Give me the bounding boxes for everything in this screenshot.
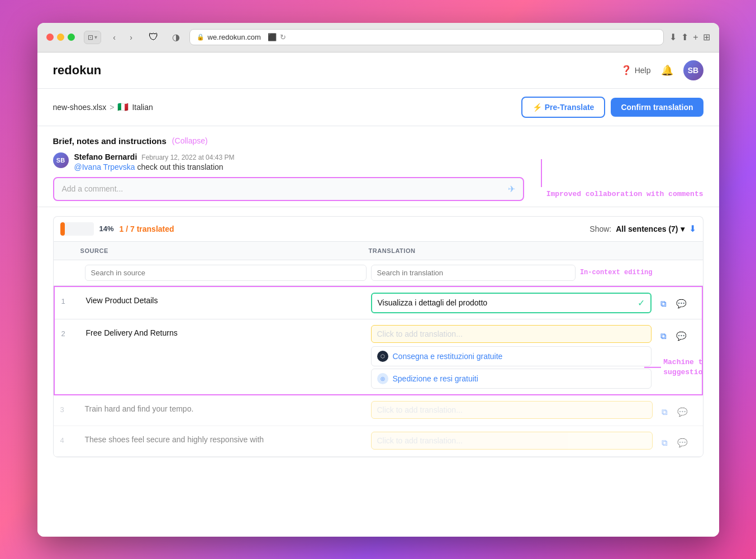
- row-actions-4: ⧉ 💬: [657, 432, 696, 451]
- share-icon[interactable]: ⬆: [681, 32, 688, 42]
- back-button[interactable]: ‹: [107, 30, 122, 45]
- add-tab-icon[interactable]: +: [693, 32, 698, 42]
- send-icon[interactable]: ✈: [508, 184, 515, 194]
- confirm-translation-button[interactable]: Confirm translation: [611, 98, 703, 117]
- help-link[interactable]: ❓ Help: [621, 65, 651, 75]
- help-icon: ❓: [621, 65, 632, 75]
- grid-icon[interactable]: ⊞: [703, 32, 710, 42]
- comment-icon[interactable]: 💬: [674, 296, 690, 312]
- copy-icon-3[interactable]: ⧉: [657, 404, 673, 420]
- bitwarden-icon: 🛡: [145, 28, 163, 46]
- mt-icon: ⬡: [377, 351, 388, 362]
- browser-window: ⊡ ▾ ‹ › 🛡 ◑ 🔒 we.redokun.com ⬛ ↻ ⬇ ⬆ + ⊞…: [37, 23, 719, 537]
- suggestions-container: ⬡ Consegna e restituzioni gratuite ◎ Spe…: [371, 346, 652, 389]
- help-label: Help: [635, 66, 651, 75]
- source-text: These shoes feel secure and highly respo…: [85, 432, 367, 444]
- sidebar-toggle[interactable]: ⊡ ▾: [84, 31, 101, 44]
- export-icon[interactable]: ⬇: [689, 223, 696, 234]
- progress-bar: [60, 222, 94, 236]
- minimize-button[interactable]: [57, 34, 64, 41]
- app-logo: redokun: [53, 63, 102, 78]
- user-avatar[interactable]: SB: [683, 60, 703, 80]
- maximize-button[interactable]: [68, 34, 75, 41]
- comment-icon-4[interactable]: 💬: [675, 435, 691, 451]
- row-actions-2: ⧉ 💬: [656, 325, 695, 344]
- traffic-lights: [46, 34, 75, 41]
- notification-bell[interactable]: 🔔: [661, 64, 673, 77]
- mt-annotation-wrapper: Machine translation suggestion: [644, 357, 703, 377]
- translation-cell: Visualizza i dettagli del prodotto ✓: [371, 293, 652, 313]
- empty-translation-4[interactable]: Click to add translation...: [371, 432, 653, 450]
- show-section: Show: All sentences (7) ▾ ⬇: [589, 223, 696, 234]
- table-column-headers: SOURCE TRANSLATION: [54, 242, 703, 260]
- row-actions: ⧉ 💬: [656, 293, 695, 312]
- brief-section: Brief, notes and instructions (Collapse)…: [37, 126, 719, 207]
- progress-fill: [60, 222, 65, 236]
- search-row: In-context editing: [54, 260, 703, 286]
- source-text: View Product Details: [86, 293, 367, 305]
- copy-icon-4[interactable]: ⧉: [657, 435, 673, 451]
- suggestion-mt[interactable]: ⬡ Consegna e restituzioni gratuite: [371, 346, 652, 366]
- forward-button[interactable]: ›: [123, 30, 139, 45]
- search-source-input[interactable]: [85, 265, 367, 281]
- comment-author-line: Stefano Bernardi February 12, 2022 at 04…: [74, 152, 524, 161]
- empty-translation-input[interactable]: Click to add translation...: [371, 325, 652, 343]
- nav-right: ❓ Help 🔔 SB: [621, 60, 703, 80]
- language-flag: 🇮🇹: [117, 102, 129, 112]
- add-comment-box[interactable]: Add a comment... ✈: [53, 177, 524, 201]
- translation-cell: Click to add translation...: [371, 401, 653, 419]
- translation-table: SOURCE TRANSLATION In-context editing: [53, 241, 703, 457]
- url-display: we.redokun.com: [208, 33, 261, 41]
- row-number: 3: [60, 401, 80, 414]
- close-button[interactable]: [46, 34, 54, 41]
- translated-count: 1 / 7 translated: [120, 224, 174, 233]
- comment-icon-3[interactable]: 💬: [675, 404, 691, 420]
- table-row: 4 These shoes feel secure and highly res…: [54, 426, 703, 457]
- refresh-icon[interactable]: ↻: [280, 33, 286, 41]
- browser-actions: ⬇ ⬆ + ⊞: [669, 32, 710, 42]
- empty-translation-3[interactable]: Click to add translation...: [371, 401, 653, 419]
- source-text: Free Delivery And Returns: [86, 325, 367, 337]
- source-col-header: SOURCE: [80, 247, 369, 254]
- action-buttons: ⚡ Pre-Translate Confirm translation: [521, 97, 703, 118]
- translation-col-header: TRANSLATION: [369, 247, 657, 254]
- in-context-annotation: In-context editing: [580, 268, 653, 278]
- pretranslate-button[interactable]: ⚡ Pre-Translate: [521, 97, 606, 118]
- show-dropdown[interactable]: All sentences (7) ▾: [616, 224, 684, 233]
- nav-arrows: ‹ ›: [107, 30, 139, 45]
- translation-cell-2: Click to add translation... ⬡ Consegna e…: [371, 325, 652, 389]
- theme-icon[interactable]: ◑: [168, 30, 184, 45]
- collapse-link[interactable]: (Collapse): [172, 136, 208, 145]
- progress-section: 14% 1 / 7 translated: [60, 222, 174, 236]
- breadcrumb-separator: >: [110, 103, 114, 112]
- row-number: 4: [60, 432, 80, 445]
- app-content: redokun ❓ Help 🔔 SB new-shoes.xlsx > 🇮🇹 …: [37, 52, 719, 537]
- browser-chrome: ⊡ ▾ ‹ › 🛡 ◑ 🔒 we.redokun.com ⬛ ↻ ⬇ ⬆ + ⊞: [37, 23, 719, 52]
- table-header-bar: 14% 1 / 7 translated Show: All sentences…: [53, 216, 703, 241]
- translation-area: 14% 1 / 7 translated Show: All sentences…: [37, 207, 719, 537]
- translation-cell: Click to add translation...: [371, 432, 653, 450]
- commenter-avatar: SB: [53, 152, 69, 168]
- brief-header: Brief, notes and instructions (Collapse): [53, 136, 703, 146]
- brief-title: Brief, notes and instructions: [53, 136, 167, 146]
- progress-percent: 14%: [99, 224, 114, 233]
- suggestion-tm[interactable]: ◎ Spedizione e resi gratuiti: [371, 369, 652, 389]
- show-label: Show:: [589, 224, 611, 233]
- breadcrumb: new-shoes.xlsx > 🇮🇹 Italian: [53, 102, 153, 112]
- copy-icon[interactable]: ⧉: [656, 296, 672, 312]
- add-comment-placeholder: Add a comment...: [62, 184, 123, 193]
- table-row: 3 Train hard and find your tempo. Click …: [54, 395, 703, 426]
- breadcrumb-language: Italian: [132, 103, 153, 112]
- copy-icon-2[interactable]: ⧉: [656, 328, 672, 344]
- comment-author: Stefano Bernardi: [74, 152, 137, 161]
- comment-mention: @Ivana Trpevska: [74, 163, 135, 171]
- comment-icon-2[interactable]: 💬: [674, 328, 690, 344]
- search-translation-input[interactable]: [371, 265, 576, 281]
- app-nav: redokun ❓ Help 🔔 SB: [37, 52, 719, 89]
- address-bar[interactable]: 🔒 we.redokun.com ⬛ ↻: [189, 29, 664, 45]
- confirmed-translation[interactable]: Visualizza i dettagli del prodotto ✓: [371, 293, 652, 313]
- suggestion-tm-text: Spedizione e resi gratuiti: [393, 374, 478, 383]
- table-row: 1 View Product Details Visualizza i dett…: [55, 287, 702, 319]
- download-icon[interactable]: ⬇: [669, 32, 677, 42]
- collaboration-annotation: Improved collaboration with comments: [546, 189, 703, 199]
